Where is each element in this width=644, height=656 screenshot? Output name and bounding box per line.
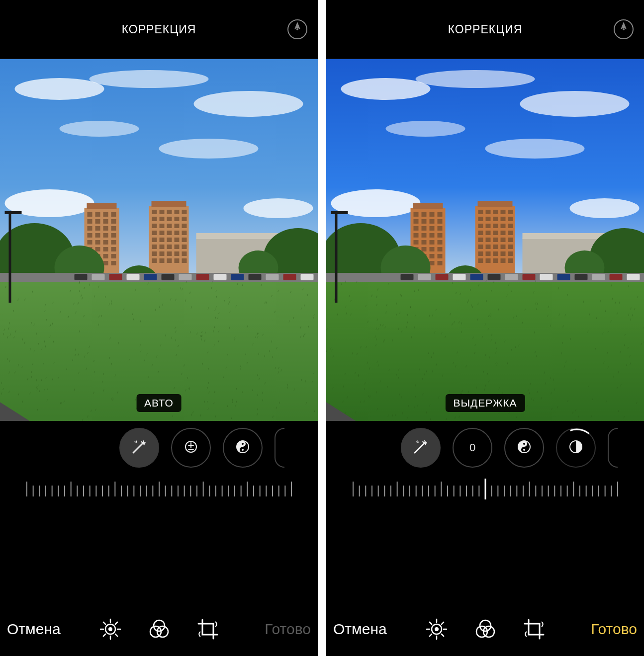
svg-rect-490 <box>438 212 443 217</box>
photo-preview[interactable]: АВТО <box>0 59 318 421</box>
svg-rect-555 <box>486 258 491 263</box>
svg-line-463 <box>103 634 105 636</box>
svg-rect-568 <box>453 274 466 280</box>
svg-rect-571 <box>505 274 518 280</box>
filters-tab[interactable] <box>148 618 171 641</box>
svg-rect-544 <box>478 245 483 249</box>
markup-icon[interactable] <box>287 19 308 40</box>
svg-rect-509 <box>430 247 435 251</box>
svg-rect-16 <box>88 212 92 217</box>
svg-rect-548 <box>508 245 513 249</box>
brilliance-dial[interactable] <box>223 428 263 468</box>
svg-rect-503 <box>414 240 419 245</box>
svg-rect-532 <box>501 224 506 228</box>
svg-rect-533 <box>508 224 513 228</box>
crop-tab[interactable] <box>196 618 219 641</box>
magic-wand-icon <box>411 437 431 459</box>
auto-dial[interactable] <box>119 428 159 468</box>
crop-tab[interactable] <box>523 618 546 641</box>
cancel-button[interactable]: Отмена <box>7 621 61 638</box>
svg-rect-575 <box>575 274 588 280</box>
value-slider[interactable] <box>326 475 644 503</box>
adjustment-label-chip: АВТО <box>136 394 182 412</box>
svg-rect-524 <box>478 217 483 221</box>
photo-preview[interactable]: ВЫДЕРЖКА <box>326 59 644 421</box>
svg-rect-505 <box>430 240 435 245</box>
page-title: КОРРЕКЦИЯ <box>448 23 523 36</box>
svg-rect-95 <box>92 274 105 280</box>
svg-rect-484 <box>478 201 513 207</box>
svg-rect-105 <box>266 274 279 280</box>
svg-rect-523 <box>508 210 513 214</box>
svg-rect-500 <box>422 233 427 238</box>
svg-rect-43 <box>111 254 116 258</box>
brilliance-dial[interactable] <box>504 428 544 468</box>
svg-rect-55 <box>167 217 172 221</box>
svg-rect-514 <box>438 254 443 258</box>
svg-rect-27 <box>111 226 116 231</box>
next-dial[interactable] <box>275 428 284 468</box>
svg-rect-22 <box>103 219 108 224</box>
bottom-bar: ОтменаГотово <box>0 602 318 656</box>
filters-tab[interactable] <box>474 618 497 641</box>
svg-rect-538 <box>508 231 513 235</box>
svg-rect-42 <box>103 254 108 258</box>
adjust-tab[interactable] <box>425 618 448 641</box>
svg-rect-104 <box>249 274 262 280</box>
svg-rect-540 <box>486 238 491 242</box>
done-button[interactable]: Готово <box>265 621 311 638</box>
svg-rect-526 <box>493 217 498 221</box>
svg-rect-56 <box>175 217 180 221</box>
svg-rect-69 <box>160 238 165 242</box>
svg-rect-488 <box>422 212 427 217</box>
svg-line-940 <box>441 622 443 624</box>
svg-rect-107 <box>301 274 314 280</box>
done-button[interactable]: Готово <box>591 621 637 638</box>
svg-rect-566 <box>418 274 431 280</box>
svg-rect-50 <box>167 210 172 214</box>
svg-rect-576 <box>592 274 605 280</box>
header: КОРРЕКЦИЯ <box>0 0 318 59</box>
svg-rect-530 <box>486 224 491 228</box>
svg-rect-547 <box>501 245 506 249</box>
svg-rect-29 <box>95 233 100 238</box>
svg-rect-519 <box>478 210 483 214</box>
svg-point-3 <box>15 78 104 100</box>
svg-point-4 <box>90 70 209 88</box>
page-title: КОРРЕКЦИЯ <box>122 23 196 36</box>
adjustment-label-chip: ВЫДЕРЖКА <box>445 394 525 412</box>
adjustment-dials[interactable] <box>0 421 318 475</box>
svg-rect-17 <box>95 212 100 217</box>
svg-rect-47 <box>111 261 116 265</box>
svg-rect-574 <box>557 274 570 280</box>
next-dial[interactable] <box>608 428 618 468</box>
svg-rect-539 <box>478 238 483 242</box>
adjust-tab[interactable] <box>99 618 122 641</box>
svg-rect-84 <box>160 258 165 263</box>
svg-rect-51 <box>175 210 180 214</box>
cancel-button[interactable]: Отмена <box>333 621 387 638</box>
svg-rect-61 <box>175 224 180 228</box>
svg-rect-96 <box>109 274 122 280</box>
svg-rect-881 <box>331 211 348 214</box>
svg-rect-75 <box>167 245 172 249</box>
markup-icon[interactable] <box>613 19 634 40</box>
svg-rect-578 <box>627 274 640 280</box>
svg-rect-517 <box>430 261 435 265</box>
svg-rect-489 <box>430 212 435 217</box>
svg-rect-567 <box>436 274 449 280</box>
auto-dial[interactable] <box>401 428 441 468</box>
value-slider[interactable] <box>0 475 318 503</box>
svg-rect-64 <box>160 231 165 235</box>
svg-rect-18 <box>103 212 108 217</box>
highlights-dial[interactable] <box>556 428 596 468</box>
svg-line-936 <box>429 634 431 636</box>
exposure-dial[interactable] <box>171 428 211 468</box>
svg-rect-573 <box>540 274 553 280</box>
svg-point-883 <box>523 443 525 445</box>
svg-rect-482 <box>413 203 443 209</box>
svg-rect-508 <box>422 247 427 251</box>
exposure-dial[interactable]: 0 <box>453 428 492 468</box>
svg-rect-494 <box>438 219 443 224</box>
adjustment-dials[interactable]: 0 <box>326 421 644 475</box>
